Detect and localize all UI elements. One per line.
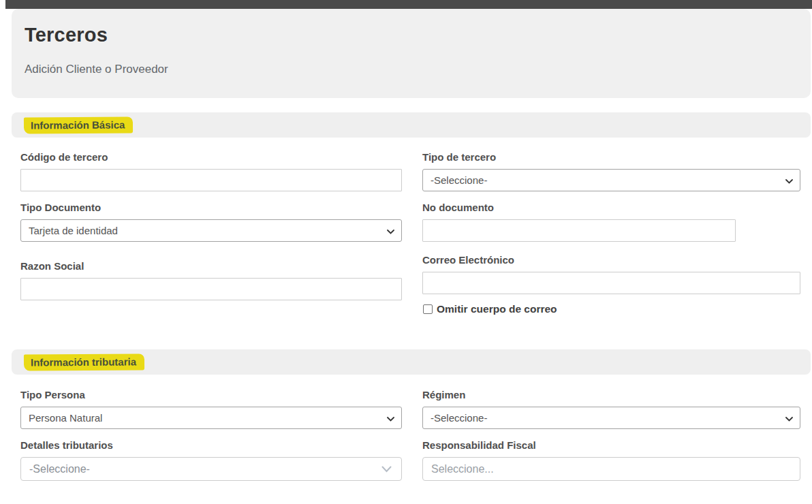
field-codigo-de-tercero: Código de tercero [20,151,402,191]
field-regimen: Régimen -Seleccione- [422,389,800,429]
no-documento-label: No documento [422,202,736,213]
section-title-highlight: Información Básica [24,116,134,133]
codigo-de-tercero-label: Código de tercero [20,151,402,163]
chevron-down-icon [387,412,394,424]
tipo-documento-selected-value: Tarjeta de identidad [29,225,118,236]
field-tipo-documento: Tipo Documento Tarjeta de identidad [20,202,402,242]
field-tipo-de-tercero: Tipo de tercero -Seleccione- [422,151,800,191]
page-title: Terceros [25,24,797,46]
correo-electronico-input[interactable] [422,272,800,294]
codigo-de-tercero-input[interactable] [20,169,402,191]
chevron-down-icon [785,174,793,186]
detalles-tributarios-select[interactable]: -Seleccione- [20,457,402,481]
responsabilidad-fiscal-input[interactable] [422,457,800,481]
omitir-cuerpo-correo-row: Omitir cuerpo de correo [422,303,800,315]
page-subtitle: Adición Cliente o Proveedor [25,63,797,76]
section-informacion-tributaria: Información tributaria [12,349,811,375]
regimen-label: Régimen [422,389,800,400]
regimen-selected-value: -Seleccione- [431,412,487,424]
razon-social-input[interactable] [20,278,402,300]
chevron-down-icon [381,463,392,475]
responsabilidad-fiscal-label: Responsabilidad Fiscal [422,439,800,451]
chevron-down-icon [387,225,394,236]
tipo-persona-selected-value: Persona Natural [29,412,102,424]
detalles-tributarios-selected-value: -Seleccione- [29,463,90,475]
tipo-documento-label: Tipo Documento [20,202,402,213]
omitir-cuerpo-correo-checkbox[interactable] [423,304,433,314]
correo-electronico-label: Correo Electrónico [422,254,800,266]
section-informacion-basica: Información Básica [12,112,811,138]
tipo-persona-label: Tipo Persona [20,389,402,400]
page-header: Terceros Adición Cliente o Proveedor [12,9,811,98]
field-no-documento: No documento [422,202,736,242]
field-responsabilidad-fiscal: Responsabilidad Fiscal [422,439,800,481]
field-correo-electronico: Correo Electrónico Omitir cuerpo de corr… [422,254,800,315]
tipo-de-tercero-label: Tipo de tercero [422,151,800,163]
top-bar [5,0,812,9]
tipo-persona-select[interactable]: Persona Natural [20,407,402,429]
detalles-tributarios-label: Detalles tributarios [20,439,402,451]
tipo-de-tercero-selected-value: -Seleccione- [431,174,487,186]
section-title-highlight: Información tributaria [24,353,144,371]
tipo-de-tercero-select[interactable]: -Seleccione- [422,169,800,191]
no-documento-input[interactable] [422,219,736,242]
tipo-documento-select[interactable]: Tarjeta de identidad [20,219,402,242]
terceros-page: Terceros Adición Cliente o Proveedor Inf… [0,0,812,504]
field-razon-social: Razon Social [20,260,402,300]
field-tipo-persona: Tipo Persona Persona Natural [20,389,402,429]
razon-social-label: Razon Social [20,260,402,272]
regimen-select[interactable]: -Seleccione- [422,407,800,429]
field-detalles-tributarios: Detalles tributarios -Seleccione- [20,439,402,481]
omitir-cuerpo-correo-label: Omitir cuerpo de correo [437,303,557,315]
chevron-down-icon [785,412,793,424]
